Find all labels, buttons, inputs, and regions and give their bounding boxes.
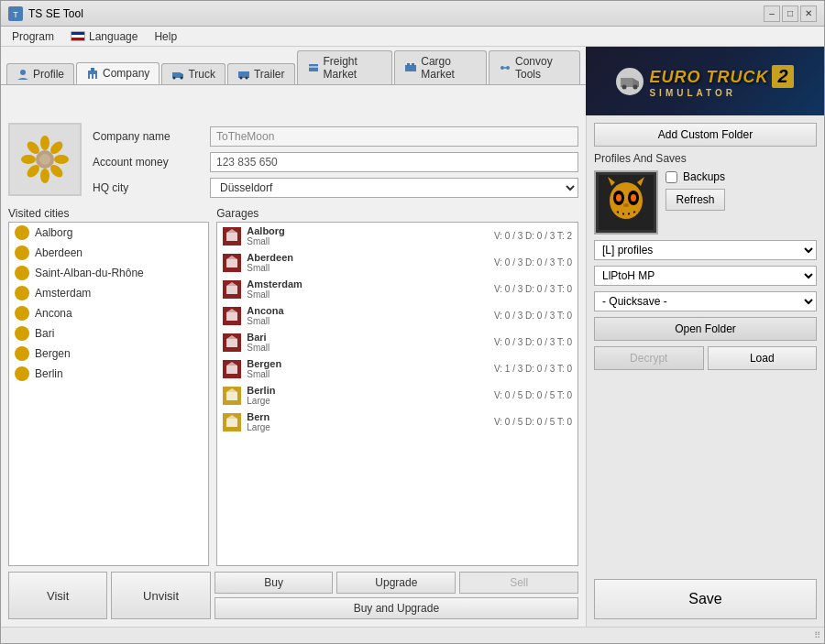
visited-cities-section: Visited cities Aalborg Aberdeen bbox=[8, 207, 209, 566]
list-item[interactable]: Berlin bbox=[9, 364, 208, 384]
visited-cities-list[interactable]: Aalborg Aberdeen Saint-Alban-du-Rhône bbox=[9, 223, 208, 565]
garage-buttons-row1: Buy Upgrade Sell bbox=[214, 572, 578, 594]
city-dot-icon bbox=[15, 346, 29, 361]
svg-marker-46 bbox=[226, 335, 237, 339]
window-title: TS SE Tool bbox=[28, 7, 83, 20]
list-item[interactable]: Bari bbox=[9, 323, 208, 344]
account-money-input[interactable] bbox=[210, 152, 578, 172]
svg-rect-39 bbox=[226, 259, 237, 267]
list-item[interactable]: Ancona bbox=[9, 303, 208, 323]
company-name-label: Company name bbox=[93, 130, 203, 143]
tab-truck[interactable]: Truck bbox=[161, 63, 226, 84]
svg-rect-22 bbox=[621, 78, 632, 87]
tab-convoy[interactable]: Convoy Tools bbox=[489, 50, 580, 84]
decrypt-button[interactable]: Decrypt bbox=[594, 346, 704, 370]
buy-upgrade-button[interactable]: Buy and Upgrade bbox=[214, 597, 578, 619]
svg-rect-5 bbox=[90, 74, 92, 79]
cargo-tab-icon bbox=[404, 61, 417, 74]
tab-bar: Profile Company Truck bbox=[1, 47, 586, 85]
svg-rect-51 bbox=[226, 419, 237, 427]
company-name-row: Company name bbox=[93, 126, 578, 147]
garage-section-bottom: Buy Upgrade Sell Buy and Upgrade bbox=[214, 572, 578, 619]
svg-marker-48 bbox=[226, 362, 237, 366]
backups-checkbox-row: Backups bbox=[666, 170, 725, 183]
garage-small-icon bbox=[223, 280, 241, 299]
svg-point-2 bbox=[20, 70, 26, 75]
tab-area: Profile Company Truck bbox=[1, 47, 586, 115]
save-button[interactable]: Save bbox=[594, 579, 817, 619]
ets2-title: EURO TRUCK bbox=[649, 68, 768, 87]
header-top: Profile Company Truck bbox=[1, 47, 824, 115]
list-item[interactable]: Amsterdam Small V: 0 / 3 D: 0 / 3 T: 0 bbox=[217, 276, 578, 302]
list-item[interactable]: Ancona Small V: 0 / 3 D: 0 / 3 T: 0 bbox=[217, 302, 578, 329]
status-bar: ⠿ bbox=[1, 627, 824, 643]
hq-city-select[interactable]: Düsseldorf Berlin Paris London Amsterdam bbox=[210, 178, 578, 198]
maximize-button[interactable]: □ bbox=[782, 5, 798, 22]
svg-point-9 bbox=[173, 77, 176, 80]
svg-point-19 bbox=[500, 66, 504, 70]
svg-point-10 bbox=[181, 77, 183, 80]
svg-rect-41 bbox=[226, 286, 237, 294]
menu-program[interactable]: Program bbox=[5, 28, 61, 45]
tab-freight[interactable]: Freight Market bbox=[297, 50, 393, 84]
tab-cargo[interactable]: Cargo Market bbox=[394, 50, 487, 84]
svg-marker-44 bbox=[226, 309, 237, 312]
company-name-input[interactable] bbox=[210, 126, 578, 147]
profiles-saves-label: Profiles And Saves bbox=[594, 152, 817, 165]
tab-profile[interactable]: Profile bbox=[6, 63, 74, 84]
list-item[interactable]: Aalborg Small V: 0 / 3 D: 0 / 3 T: 2 bbox=[217, 223, 578, 249]
list-item[interactable]: Aberdeen bbox=[9, 243, 208, 263]
svg-point-59 bbox=[623, 203, 629, 207]
list-item[interactable]: Amsterdam bbox=[9, 283, 208, 303]
buy-button[interactable]: Buy bbox=[214, 572, 334, 594]
menu-bar: Program Language Help bbox=[1, 27, 824, 47]
quicksave-dropdown[interactable]: - Quicksave - bbox=[594, 291, 817, 311]
tab-trailer[interactable]: Trailer bbox=[227, 63, 295, 84]
ets2-truck-icon bbox=[616, 68, 644, 95]
account-money-label: Account money bbox=[93, 156, 203, 169]
close-button[interactable]: ✕ bbox=[800, 5, 817, 22]
backups-label: Backups bbox=[683, 170, 725, 183]
svg-rect-47 bbox=[226, 366, 237, 374]
list-item[interactable]: Bari Small V: 0 / 3 D: 0 / 3 T: 0 bbox=[217, 329, 578, 355]
garages-list-wrapper: Aalborg Small V: 0 / 3 D: 0 / 3 T: 2 bbox=[216, 222, 578, 566]
city-dot-icon bbox=[15, 366, 29, 381]
list-item[interactable]: Bergen Small V: 1 / 3 D: 0 / 3 T: 0 bbox=[217, 355, 578, 382]
ets2-number: 2 bbox=[772, 65, 793, 88]
upgrade-button[interactable]: Upgrade bbox=[336, 572, 456, 594]
list-item[interactable]: Bergen bbox=[9, 344, 208, 364]
minimize-button[interactable]: – bbox=[764, 5, 780, 22]
add-custom-folder-button[interactable]: Add Custom Folder bbox=[594, 123, 817, 147]
refresh-button[interactable]: Refresh bbox=[666, 189, 725, 211]
list-item[interactable]: Saint-Alban-du-Rhône bbox=[9, 263, 208, 283]
svg-point-13 bbox=[245, 77, 248, 80]
svg-point-57 bbox=[616, 194, 622, 202]
backups-checkbox[interactable] bbox=[666, 171, 677, 183]
menu-language[interactable]: Language bbox=[63, 28, 145, 45]
svg-point-58 bbox=[631, 194, 636, 202]
list-item[interactable]: Berlin Large V: 0 / 5 D: 0 / 5 T: 0 bbox=[217, 382, 578, 409]
tab-company[interactable]: Company bbox=[76, 62, 160, 84]
list-item[interactable]: Bern Large V: 0 / 5 D: 0 / 5 T: 0 bbox=[217, 409, 578, 435]
sell-button[interactable]: Sell bbox=[459, 572, 578, 594]
svg-rect-49 bbox=[226, 392, 237, 400]
save-dropdown[interactable]: LlPtoH MP bbox=[594, 266, 817, 286]
garage-small-icon bbox=[223, 227, 241, 246]
city-dot-icon bbox=[15, 286, 29, 300]
ets2-subtitle: SIMULATOR bbox=[649, 88, 793, 98]
ets2-logo-area: EURO TRUCK 2 SIMULATOR bbox=[586, 47, 824, 115]
menu-help[interactable]: Help bbox=[147, 28, 184, 45]
city-dot-icon bbox=[15, 246, 29, 260]
list-item[interactable]: Aalborg bbox=[9, 223, 208, 243]
unvisit-button[interactable]: Unvisit bbox=[111, 572, 210, 619]
hq-city-label: HQ city bbox=[93, 181, 203, 194]
open-folder-button[interactable]: Open Folder bbox=[594, 317, 817, 341]
load-button[interactable]: Load bbox=[708, 346, 818, 370]
visit-button[interactable]: Visit bbox=[8, 572, 107, 619]
lists-area: Visited cities Aalborg Aberdeen bbox=[8, 207, 578, 566]
list-item[interactable]: Aberdeen Small V: 0 / 3 D: 0 / 3 T: 0 bbox=[217, 249, 578, 276]
svg-rect-6 bbox=[94, 74, 95, 79]
profile-dropdown[interactable]: [L] profiles bbox=[594, 240, 817, 260]
garages-list[interactable]: Aalborg Small V: 0 / 3 D: 0 / 3 T: 2 bbox=[217, 223, 578, 565]
svg-rect-16 bbox=[405, 65, 416, 71]
